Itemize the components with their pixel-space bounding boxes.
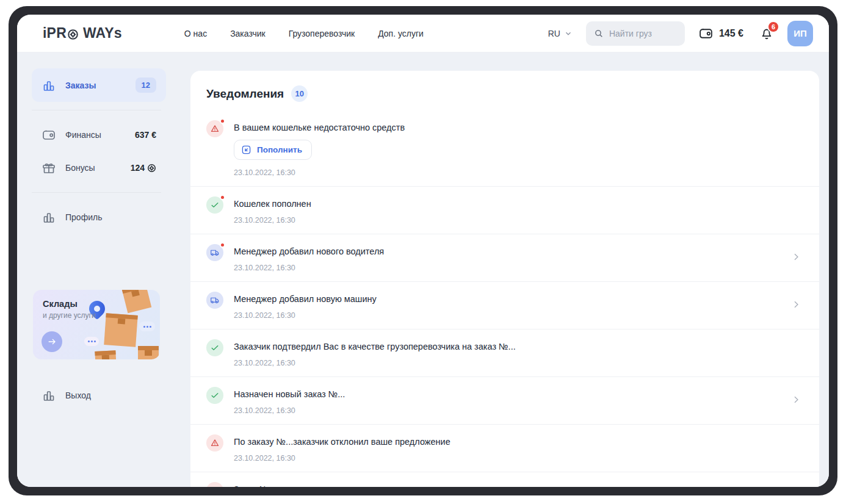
gift-icon — [42, 160, 56, 175]
nav-about[interactable]: О нас — [184, 29, 207, 38]
notification-title: Менеджер добавил новую машину — [234, 294, 377, 304]
warning-icon — [206, 434, 223, 452]
notification-timestamp: 23.10.2022, 16:30 — [234, 216, 311, 225]
chevron-right-icon[interactable] — [789, 392, 803, 409]
promo-box-illustration — [138, 346, 159, 359]
notification-title: Назначен новый заказ №... — [234, 389, 345, 399]
warehouses-promo-card[interactable]: Склады и другие услуги — [33, 290, 160, 359]
notification-row[interactable]: Назначен новый заказ №... 23.10.2022, 16… — [190, 377, 819, 425]
promo-arrow-button[interactable] — [42, 331, 62, 352]
bar-chart-icon — [42, 210, 56, 225]
main-content: Уведомления 10 В вашем кошельке недостат… — [178, 52, 829, 487]
nav-extra-services[interactable]: Доп. услуги — [378, 29, 424, 38]
notification-row[interactable]: В вашем кошельке недостаточно средств По… — [190, 110, 819, 187]
notification-timestamp: 23.10.2022, 16:30 — [234, 264, 384, 272]
nav-customer[interactable]: Заказчик — [230, 29, 266, 38]
notification-title: Менеджер добавил нового водителя — [234, 247, 384, 256]
notification-row[interactable]: Менеджер добавил нового водителя 23.10.2… — [190, 234, 819, 282]
wallet-balance[interactable]: 145 € — [698, 26, 743, 41]
notification-row[interactable]: Менеджер добавил новую машину 23.10.2022… — [190, 282, 819, 329]
notification-timestamp: 23.10.2022, 16:30 — [234, 454, 450, 463]
warning-icon — [206, 482, 223, 487]
notification-timestamp: 23.10.2022, 16:30 — [234, 168, 405, 177]
unread-dot-icon — [220, 242, 225, 248]
notification-row[interactable]: Заказ №... отменен 23.10.2022, 16:30 — [190, 472, 819, 487]
wallet-icon — [698, 26, 714, 41]
notification-title: По заказу №...заказчик отклонил ваше пре… — [234, 437, 450, 447]
arrow-right-icon — [47, 337, 57, 347]
notification-title: Кошелек пополнен — [234, 199, 311, 209]
search-icon — [594, 29, 604, 38]
deposit-icon — [241, 145, 251, 155]
main-nav: О нас Заказчик Грузоперевозчик Доп. услу… — [184, 29, 424, 38]
truck-icon — [206, 292, 223, 309]
bar-chart-icon — [42, 78, 56, 93]
notifications-total-badge: 10 — [291, 85, 308, 102]
chevron-right-icon[interactable] — [789, 297, 803, 314]
promo-box-illustration — [95, 350, 116, 359]
sidebar-divider — [32, 192, 161, 193]
chat-bubble-icon — [139, 322, 155, 331]
success-icon — [206, 196, 223, 214]
bonuses-value: 124 — [131, 163, 145, 173]
unread-dot-icon — [220, 195, 225, 200]
success-icon — [206, 339, 223, 356]
orders-count-badge: 12 — [136, 77, 156, 93]
sidebar-orders-label: Заказы — [65, 81, 96, 90]
sidebar-bonuses-label: Бонусы — [65, 163, 95, 173]
sidebar-item-finances[interactable]: Финансы 637 € — [32, 118, 166, 151]
chat-bubble-icon — [84, 337, 99, 346]
chevron-right-icon[interactable] — [789, 250, 803, 267]
top-navbar: iPR WAYs О нас Заказчик Грузоперевозчик … — [17, 15, 829, 52]
notification-title: Заказ №... отменен — [234, 484, 313, 487]
notification-timestamp: 23.10.2022, 16:30 — [234, 406, 345, 415]
search-box — [586, 21, 685, 46]
unread-dot-icon — [220, 118, 225, 124]
sidebar-divider — [32, 110, 161, 110]
sidebar-finances-label: Финансы — [65, 130, 101, 140]
logo-text-left: iPR — [43, 25, 67, 41]
notification-timestamp: 23.10.2022, 16:30 — [234, 311, 377, 320]
sidebar-item-bonuses[interactable]: Бонусы 124 — [32, 151, 166, 184]
finances-value: 637 € — [135, 130, 156, 140]
truck-icon — [206, 244, 223, 261]
promo-title: Склады — [43, 299, 160, 309]
bar-chart-icon — [42, 388, 56, 403]
nav-carrier[interactable]: Грузоперевозчик — [289, 29, 355, 38]
notification-list: В вашем кошельке недостаточно средств По… — [190, 110, 819, 487]
app-window: iPR WAYs О нас Заказчик Грузоперевозчик … — [17, 15, 829, 487]
notifications-count-badge: 6 — [767, 21, 779, 33]
warning-icon — [206, 120, 223, 137]
success-icon — [206, 387, 223, 404]
wallet-amount: 145 € — [719, 28, 743, 39]
sidebar-item-orders[interactable]: Заказы 12 — [32, 68, 166, 102]
page-title: Уведомления — [206, 87, 284, 101]
logo-text-right: WAYs — [83, 25, 122, 41]
wallet-icon — [42, 128, 56, 142]
wheel-icon — [147, 164, 156, 173]
device-frame: iPR WAYs О нас Заказчик Грузоперевозчик … — [9, 6, 837, 495]
notification-row[interactable]: Заказчик подтвердил Вас в качестве грузо… — [190, 329, 819, 377]
search-input[interactable] — [609, 29, 677, 38]
avatar[interactable]: ИП — [787, 21, 813, 46]
chevron-down-icon — [564, 29, 573, 38]
notification-row[interactable]: Кошелек пополнен 23.10.2022, 16:30 — [190, 187, 819, 234]
wheel-icon — [67, 27, 79, 39]
notification-title: Заказчик подтвердил Вас в качестве грузо… — [234, 342, 516, 351]
promo-subtitle: и другие услуги — [43, 311, 160, 320]
logo[interactable]: iPR WAYs — [43, 25, 122, 41]
notification-row[interactable]: По заказу №...заказчик отклонил ваше пре… — [190, 425, 819, 472]
top-up-button[interactable]: Пополнить — [234, 140, 312, 160]
notifications-bell[interactable]: 6 — [759, 26, 774, 41]
notifications-panel: Уведомления 10 В вашем кошельке недостат… — [190, 71, 819, 487]
language-value: RU — [548, 29, 560, 38]
sidebar-profile-label: Профиль — [65, 212, 102, 222]
sidebar-item-profile[interactable]: Профиль — [32, 201, 166, 234]
notification-timestamp: 23.10.2022, 16:30 — [234, 359, 516, 367]
language-selector[interactable]: RU — [548, 29, 573, 38]
sidebar: Заказы 12 Финансы 637 € Бонусы 124 Про — [17, 52, 178, 487]
sidebar-logout-label: Выход — [65, 391, 91, 400]
sidebar-item-logout[interactable]: Выход — [32, 379, 166, 412]
top-up-label: Пополнить — [257, 145, 302, 154]
notification-title: В вашем кошельке недостаточно средств — [234, 123, 405, 132]
